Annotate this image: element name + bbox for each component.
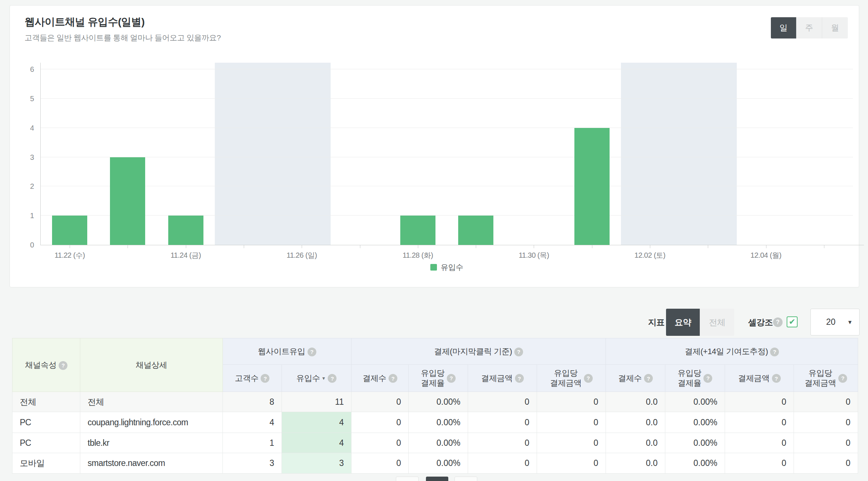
cell-r1-c10: 0 [725,412,794,433]
column-header-1: 채널상세 [80,338,223,392]
sub-header-label: 결제금액 [738,374,770,383]
x-axis-label-0: 11.22 (수) [40,250,99,260]
y-axis-label-3: 3 [16,153,34,161]
table-row-1: PCcoupang.lightning.force.com4400.00%000… [12,412,858,433]
y-axis-label-4: 4 [16,124,34,132]
x-axis-label-10: 12.02 (토) [621,250,679,260]
cell-r0-c2: 8 [223,392,282,412]
cell-r0-c4: 0 [352,392,409,412]
cell-r3-c4: 0 [352,453,409,474]
help-icon[interactable]: ? [389,374,397,383]
cell-r2-c11: 0 [794,433,858,453]
x-axis-tick-12 [766,245,766,248]
cell-r0-c8: 0.0 [606,392,665,412]
cell-r2-c1: tble.kr [80,433,223,453]
x-axis-tick-9 [592,245,592,248]
weekend-band-1 [621,63,737,245]
x-axis-label-8: 11.30 (목) [504,250,563,260]
column-header-0: 채널속성? [12,338,80,392]
help-icon[interactable]: ? [584,374,593,383]
help-icon[interactable]: ? [644,374,653,383]
sub-header-3: 유입당 결제율? [409,365,468,392]
channel-stats-table: 채널속성?채널상세웹사이트유입?결제(마지막클릭 기준)?결제(+14일 기여도… [12,338,858,474]
x-axis-tick-5 [360,245,360,248]
y-axis-label-2: 2 [16,182,34,191]
help-icon[interactable]: ? [328,374,336,383]
cell-highlight-checkbox[interactable]: ✔ [787,316,798,327]
metric-label: 지표 [648,317,665,328]
sort-desc-icon[interactable]: ▼ [321,376,326,381]
help-icon[interactable]: ? [308,348,316,356]
cell-r0-c1: 전체 [80,392,223,412]
x-axis-line [40,245,864,245]
table-row-3: 모바일smartstore.naver.com3300.00%000.00.00… [12,453,858,474]
cell-r3-c10: 0 [725,453,794,474]
cell-r3-c5: 0.00% [409,453,468,474]
bar-11.29 (수) [458,216,493,245]
cell-r3-c8: 0.0 [606,453,665,474]
help-icon[interactable]: ? [514,348,523,356]
cell-r1-c1: coupang.lightning.force.com [80,412,223,433]
pagination-button-1[interactable] [426,477,448,481]
page-size-value: 20 [811,317,847,327]
pagination-button-2[interactable] [455,477,477,481]
x-axis-label-4: 11.26 (일) [272,250,331,260]
table-row-0: 전체전체81100.00%000.00.00%00 [12,392,858,412]
period-toggle-2[interactable]: 월 [822,17,848,38]
help-icon[interactable]: ? [261,374,269,383]
gridline-y6 [41,69,853,69]
legend-swatch [430,264,437,271]
sub-header-4: 결제금액? [468,365,537,392]
sub-header-8: 결제금액? [725,365,794,392]
sub-header-5: 유입당 결제금액? [537,365,606,392]
cell-r2-c4: 0 [352,433,409,453]
cell-r0-c6: 0 [468,392,537,412]
help-icon[interactable]: ? [772,374,781,383]
sub-header-label: 고객수 [235,374,259,383]
cell-r3-c1: smartstore.naver.com [80,453,223,474]
period-toggle-0[interactable]: 일 [771,17,797,38]
cell-r1-c7: 0 [537,412,606,433]
help-icon[interactable]: ? [838,374,847,383]
sub-header-label: 유입당 결제율 [678,368,702,388]
bar-chart-plot: 012345611.22 (수)11.24 (금)11.26 (일)11.28 … [41,63,853,245]
chevron-down-icon: ▼ [847,319,859,325]
cell-r1-c6: 0 [468,412,537,433]
period-toggle-1[interactable]: 주 [797,17,822,38]
pagination-button-0[interactable] [396,477,419,481]
gridline-y1 [41,215,853,216]
help-icon[interactable]: ? [770,348,779,356]
chart-legend: 유입수 [41,262,853,272]
page-size-select[interactable]: 20 ▼ [810,309,860,335]
cell-r0-c9: 0.00% [665,392,725,412]
cell-r3-c3: 3 [282,453,352,474]
x-axis-tick-10 [650,245,650,248]
sub-header-9: 유입당 결제금액? [794,365,858,392]
cell-r2-c5: 0.00% [409,433,468,453]
cell-r1-c5: 0.00% [409,412,468,433]
help-icon[interactable]: ? [515,374,524,383]
sub-header-2: 결제수? [352,365,409,392]
cell-r0-c5: 0.00% [409,392,468,412]
metric-toggle-1[interactable]: 전체 [700,309,734,336]
cell-highlight-help-icon[interactable]: ? [773,317,783,327]
cell-r1-c0: PC [12,412,80,433]
cell-r1-c4: 0 [352,412,409,433]
x-axis-tick-8 [534,245,534,248]
cell-r1-c3: 4 [282,412,352,433]
x-axis-tick-6 [418,245,418,248]
column-group-header-0: 웹사이트유입? [223,338,352,365]
weekend-band-0 [215,63,331,245]
table-row-2: PCtble.kr1400.00%000.00.00%00 [12,433,858,453]
help-icon[interactable]: ? [447,374,456,383]
help-icon[interactable]: ? [59,361,67,370]
sub-header-label: 유입당 결제금액 [805,368,836,388]
metric-toggle-0[interactable]: 요약 [666,309,700,336]
help-icon[interactable]: ? [703,374,712,383]
cell-highlight-label: 셀강조 [748,317,773,328]
x-axis-tick-4 [302,245,302,248]
cell-r2-c8: 0.0 [606,433,665,453]
sub-header-1[interactable]: 유입수▼? [282,365,352,392]
x-axis-tick-1 [128,245,128,248]
x-axis-tick-3 [244,245,244,248]
